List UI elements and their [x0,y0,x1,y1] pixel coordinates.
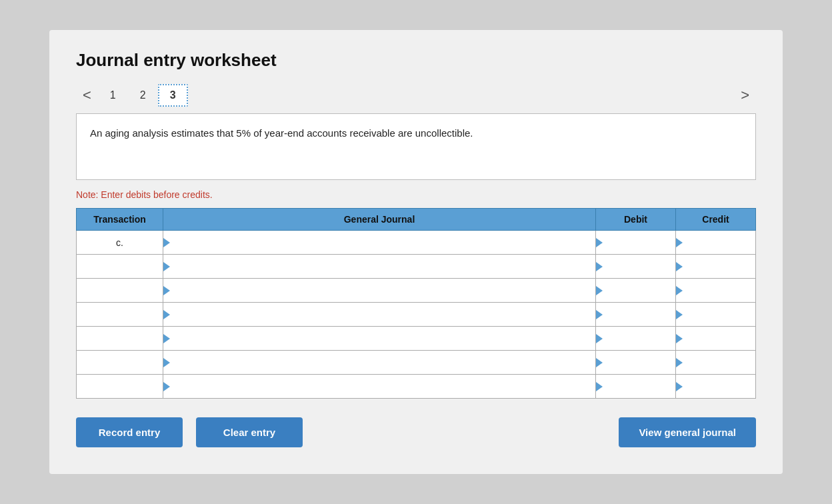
cell-arrow-icon [163,286,170,295]
credit-cell[interactable] [676,375,756,399]
tab-3[interactable]: 3 [158,84,188,107]
clear-entry-button[interactable]: Clear entry [196,417,303,447]
nav-row: < 1 2 3 > [76,84,756,107]
debit-cell[interactable] [596,327,676,351]
cell-arrow-icon [596,382,603,391]
cell-arrow-icon [596,262,603,271]
credit-cell[interactable] [676,231,756,255]
general-journal-input[interactable] [163,327,595,350]
next-arrow[interactable]: > [734,84,756,107]
debit-cell[interactable] [596,231,676,255]
transaction-cell [77,255,163,279]
credit-cell[interactable] [676,327,756,351]
table-row: c. [77,231,756,255]
cell-arrow-icon [596,286,603,295]
tab-1[interactable]: 1 [98,84,128,107]
debit-input[interactable] [596,327,675,350]
cell-arrow-icon [596,334,603,343]
table-row [77,351,756,375]
debit-cell[interactable] [596,375,676,399]
debit-input[interactable] [596,279,675,302]
general-journal-input[interactable] [163,375,595,398]
table-row [77,279,756,303]
general-journal-cell[interactable] [163,279,596,303]
journal-table: Transaction General Journal Debit Credit… [76,208,756,399]
credit-input[interactable] [676,375,755,398]
record-entry-button[interactable]: Record entry [76,417,183,447]
general-journal-input[interactable] [163,231,595,254]
debit-input[interactable] [596,231,675,254]
table-row [77,327,756,351]
credit-input[interactable] [676,351,755,374]
general-journal-cell[interactable] [163,351,596,375]
description-box: An aging analysis estimates that 5% of y… [76,113,756,180]
view-general-journal-button[interactable]: View general journal [619,417,756,447]
tab-2[interactable]: 2 [128,84,158,107]
credit-input[interactable] [676,327,755,350]
col-header-credit: Credit [676,209,756,231]
cell-arrow-icon [163,262,170,271]
debit-cell[interactable] [596,303,676,327]
general-journal-cell[interactable] [163,375,596,399]
table-row [77,375,756,399]
transaction-cell [77,327,163,351]
col-header-transaction: Transaction [77,209,163,231]
cell-arrow-icon [596,310,603,319]
note-text: Note: Enter debits before credits. [76,189,756,200]
col-header-general-journal: General Journal [163,209,596,231]
cell-arrow-icon [676,310,683,319]
general-journal-cell[interactable] [163,327,596,351]
cell-arrow-icon [676,262,683,271]
cell-arrow-icon [596,358,603,367]
general-journal-input[interactable] [163,279,595,302]
transaction-cell [77,351,163,375]
buttons-row: Record entry Clear entry View general jo… [76,417,756,447]
debit-input[interactable] [596,255,675,278]
debit-input[interactable] [596,375,675,398]
cell-arrow-icon [676,286,683,295]
cell-arrow-icon [676,334,683,343]
table-row [77,303,756,327]
transaction-cell [77,279,163,303]
transaction-cell [77,375,163,399]
general-journal-cell[interactable] [163,303,596,327]
credit-input[interactable] [676,279,755,302]
cell-arrow-icon [163,310,170,319]
credit-cell[interactable] [676,255,756,279]
cell-arrow-icon [163,382,170,391]
debit-input[interactable] [596,303,675,326]
credit-input[interactable] [676,231,755,254]
transaction-cell: c. [77,231,163,255]
description-text: An aging analysis estimates that 5% of y… [90,127,473,139]
general-journal-cell[interactable] [163,231,596,255]
cell-arrow-icon [596,238,603,247]
general-journal-input[interactable] [163,303,595,326]
debit-cell[interactable] [596,351,676,375]
transaction-cell [77,303,163,327]
col-header-debit: Debit [596,209,676,231]
general-journal-input[interactable] [163,351,595,374]
general-journal-input[interactable] [163,255,595,278]
general-journal-cell[interactable] [163,255,596,279]
credit-cell[interactable] [676,351,756,375]
cell-arrow-icon [163,334,170,343]
debit-cell[interactable] [596,255,676,279]
prev-arrow[interactable]: < [76,84,98,107]
credit-input[interactable] [676,303,755,326]
cell-arrow-icon [163,358,170,367]
debit-cell[interactable] [596,279,676,303]
cell-arrow-icon [163,238,170,247]
debit-input[interactable] [596,351,675,374]
cell-arrow-icon [676,238,683,247]
main-container: Journal entry worksheet < 1 2 3 > An agi… [49,30,783,474]
cell-arrow-icon [676,358,683,367]
credit-input[interactable] [676,255,755,278]
credit-cell[interactable] [676,279,756,303]
table-row [77,255,756,279]
cell-arrow-icon [676,382,683,391]
credit-cell[interactable] [676,303,756,327]
page-title: Journal entry worksheet [76,50,756,71]
